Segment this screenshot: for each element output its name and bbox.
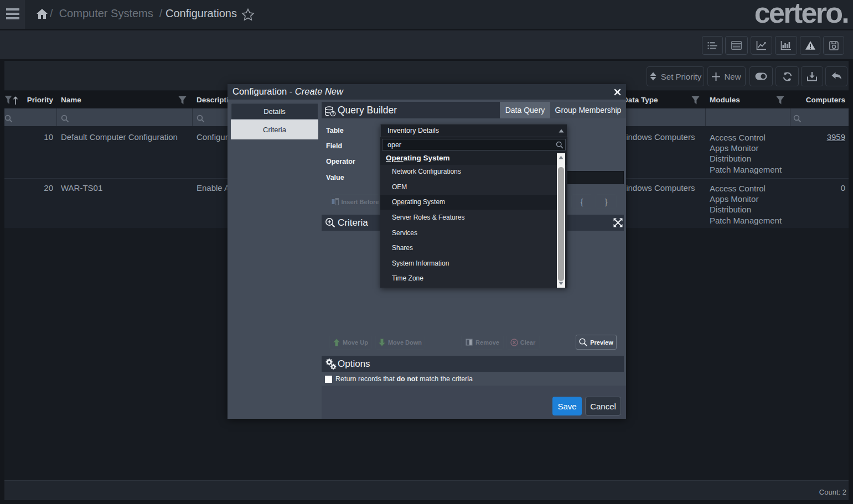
svg-text:?: ?	[332, 111, 334, 116]
